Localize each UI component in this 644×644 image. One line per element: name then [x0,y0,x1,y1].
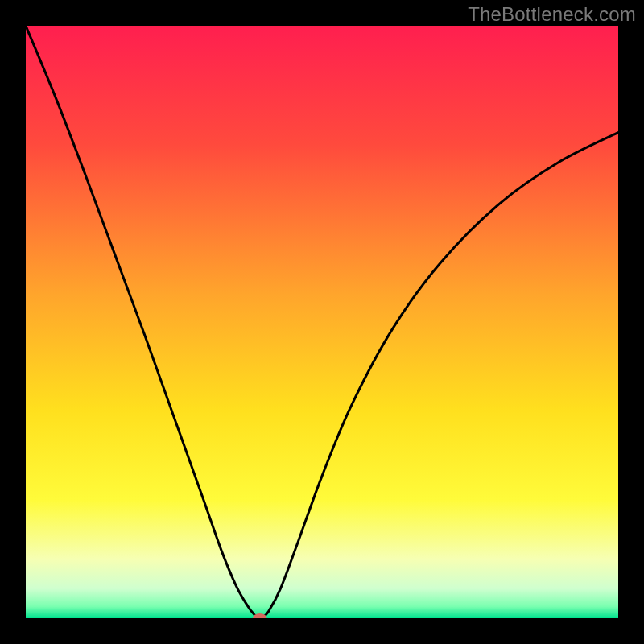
watermark-text: TheBottleneck.com [468,3,636,26]
plot-area [26,26,618,618]
gradient-background [26,26,618,618]
outer-frame: TheBottleneck.com [0,0,644,644]
chart-svg [26,26,618,618]
